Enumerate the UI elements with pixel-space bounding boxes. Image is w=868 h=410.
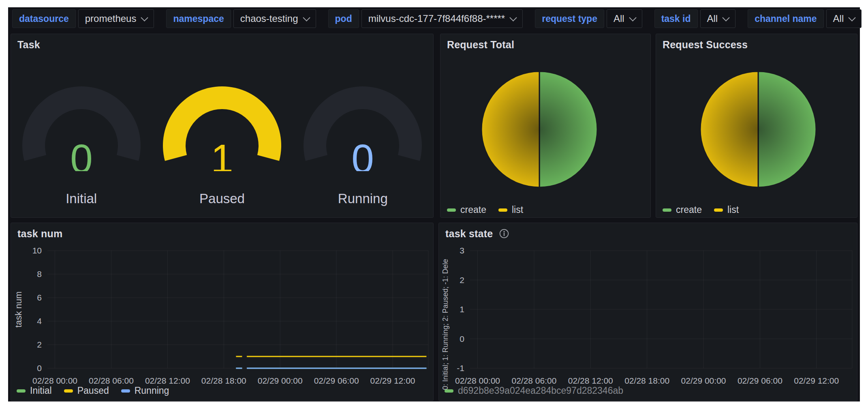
pie-chart-request-success <box>699 71 817 188</box>
info-icon[interactable] <box>499 228 509 239</box>
time-series-task-num[interactable]: 024681002/28 00:0002/28 06:0002/28 12:00… <box>11 223 434 401</box>
y-tick-label: 1 <box>460 305 464 314</box>
y-tick-label: 3 <box>460 246 464 255</box>
gauge-arc: 1 <box>161 72 283 171</box>
variable-label: task id <box>654 9 698 28</box>
legend-label: create <box>460 204 486 215</box>
panel-task: Task 0Initial1Paused0Running <box>11 34 434 218</box>
panel-request-total: Request Total createlist <box>440 34 651 218</box>
y-tick-label: -1 <box>457 363 464 373</box>
legend-request-total: createlist <box>447 204 523 215</box>
legend-item-list[interactable]: list <box>714 204 739 215</box>
y-axis-label: 0: Initial; 1: Running; 2: Paused; -1: D… <box>441 259 449 390</box>
x-tick-label: 02/29 06:00 <box>738 376 782 385</box>
legend-swatch <box>663 208 671 212</box>
variable-task-id: task idAll <box>654 9 736 28</box>
panel-request-success: Request Success createlist <box>656 34 857 218</box>
x-tick-label: 02/28 18:00 <box>201 376 246 385</box>
panel-title-task[interactable]: Task <box>17 39 40 51</box>
gauge-arc: 0 <box>302 72 423 171</box>
variable-datasource: datasourceprometheus <box>12 9 154 28</box>
variable-current-value: chaos-testing <box>240 13 298 24</box>
panel-title-request-success[interactable]: Request Success <box>663 39 748 51</box>
chevron-down-icon <box>722 14 729 21</box>
chevron-down-icon <box>303 14 310 21</box>
gauge-label: Paused <box>152 191 292 206</box>
legend-task-state: d692b8e39a024ea284bce97d282346ab <box>445 385 623 396</box>
variable-current-value: milvus-cdc-177-7f844f6f88-***** <box>368 13 505 24</box>
gauge-paused: 1Paused <box>152 58 292 215</box>
x-tick-label: 02/29 12:00 <box>794 376 839 385</box>
x-tick-label: 02/28 00:00 <box>32 376 77 385</box>
y-tick-label: 2 <box>460 275 464 285</box>
legend-swatch <box>714 208 723 212</box>
variable-value-dropdown[interactable]: All <box>826 9 862 28</box>
variable-channel-name: channel nameAll <box>748 9 862 28</box>
chevron-down-icon <box>849 14 856 21</box>
gauge-value: 0 <box>70 136 93 171</box>
variable-pod: podmilvus-cdc-177-7f844f6f88-***** <box>328 9 523 28</box>
variable-request-type: request typeAll <box>535 9 642 28</box>
legend-label: list <box>512 204 523 215</box>
variable-label: channel name <box>748 9 823 28</box>
legend-item-running[interactable]: Running <box>121 385 169 396</box>
x-tick-label: 02/29 06:00 <box>314 376 359 385</box>
variable-current-value: All <box>833 13 844 24</box>
gauge-row: 0Initial1Paused0Running <box>11 58 433 215</box>
y-tick-label: 8 <box>37 269 42 279</box>
x-tick-label: 02/28 12:00 <box>568 376 613 385</box>
legend-label: Paused <box>77 385 109 396</box>
legend-swatch <box>498 208 507 212</box>
legend-swatch <box>121 389 130 393</box>
legend-item-paused[interactable]: Paused <box>64 385 109 396</box>
time-series-task-state[interactable]: -1012302/28 00:0002/28 06:0002/28 12:000… <box>439 223 858 401</box>
legend-item-d692b8e39a024ea284bce97d282346ab[interactable]: d692b8e39a024ea284bce97d282346ab <box>445 385 623 396</box>
panel-title-task-num[interactable]: task num <box>17 228 62 240</box>
gauge-label: Initial <box>11 191 152 206</box>
panel-title-task-state[interactable]: task state <box>445 228 493 240</box>
panel-task-state: task state -1012302/28 00:0002/28 06:000… <box>438 223 857 401</box>
x-tick-label: 02/29 12:00 <box>370 376 415 385</box>
legend-swatch <box>64 389 73 393</box>
legend-label: create <box>676 204 702 215</box>
variable-label: datasource <box>12 9 76 28</box>
x-tick-label: 02/29 00:00 <box>681 376 726 385</box>
variable-label: pod <box>328 9 359 28</box>
variable-value-dropdown[interactable]: milvus-cdc-177-7f844f6f88-***** <box>361 9 523 28</box>
x-tick-label: 02/29 00:00 <box>258 376 303 385</box>
gauge-value: 1 <box>211 136 233 171</box>
legend-label: d692b8e39a024ea284bce97d282346ab <box>458 385 623 396</box>
y-axis-label: task num <box>13 291 24 327</box>
legend-task-num: InitialPausedRunning <box>17 385 169 396</box>
variable-value-dropdown[interactable]: All <box>700 9 736 28</box>
legend-item-list[interactable]: list <box>498 204 523 215</box>
legend-item-create[interactable]: create <box>447 204 486 215</box>
variable-value-dropdown[interactable]: All <box>607 9 642 28</box>
gauge-value: 0 <box>352 136 374 171</box>
pie-chart-request-total <box>481 71 598 188</box>
legend-item-create[interactable]: create <box>663 204 702 215</box>
gauge-initial: 0Initial <box>11 58 152 215</box>
legend-item-initial[interactable]: Initial <box>17 385 52 396</box>
legend-label: list <box>727 204 739 215</box>
y-tick-label: 10 <box>32 246 42 255</box>
x-tick-label: 02/28 06:00 <box>511 376 556 385</box>
variable-label: namespace <box>166 9 231 28</box>
variable-namespace: namespacechaos-testing <box>166 9 316 28</box>
panel-task-num: task num 024681002/28 00:0002/28 06:0002… <box>11 223 434 401</box>
legend-swatch <box>445 389 453 393</box>
grafana-dashboard: datasourceprometheusnamespacechaos-testi… <box>8 7 860 401</box>
variable-label: request type <box>535 9 604 28</box>
chevron-down-icon <box>141 14 148 21</box>
y-tick-label: 0 <box>460 334 464 343</box>
variable-value-dropdown[interactable]: chaos-testing <box>233 9 316 28</box>
variable-value-dropdown[interactable]: prometheus <box>78 9 154 28</box>
x-tick-label: 02/28 18:00 <box>624 376 669 385</box>
legend-label: Initial <box>30 385 52 396</box>
y-tick-label: 6 <box>37 293 42 302</box>
panel-title-request-total[interactable]: Request Total <box>447 39 514 51</box>
variable-current-value: All <box>707 13 718 24</box>
y-tick-label: 2 <box>37 340 42 349</box>
chevron-down-icon <box>629 14 636 21</box>
legend-label: Running <box>135 385 169 396</box>
